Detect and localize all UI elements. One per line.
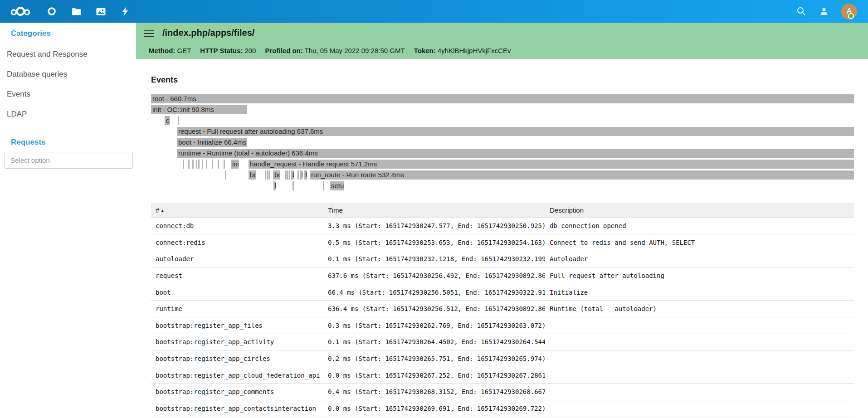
page-title: /index.php/apps/files/: [162, 28, 254, 38]
timeline-bar[interactable]: request - Full request after autoloading…: [177, 127, 854, 136]
timeline-bar[interactable]: bo: [249, 170, 256, 180]
column-header-name[interactable]: #▲: [151, 203, 323, 218]
timeline-tick[interactable]: [198, 160, 200, 169]
timeline-tick[interactable]: [289, 170, 290, 180]
event-time-cell: 0.5 ms (Start: 1651742930253.653, End: 1…: [323, 234, 545, 251]
timeline-tick[interactable]: [265, 170, 266, 180]
column-header-description[interactable]: Description: [545, 203, 854, 218]
categories-heading: Categories: [11, 29, 51, 38]
timeline-tick[interactable]: [212, 160, 213, 169]
timeline-bar[interactable]: l: [273, 181, 276, 190]
menu-icon[interactable]: [144, 30, 154, 38]
main-content: /index.php/apps/files/ Method: GETHTTP S…: [136, 23, 868, 418]
event-name-cell: autoloader: [151, 251, 323, 267]
timeline-bar[interactable]: handle_request - Handle request 571.2ms: [249, 160, 854, 169]
photos-icon[interactable]: [95, 5, 107, 17]
profile-header: /index.php/apps/files/ Method: GETHTTP S…: [136, 23, 868, 59]
request-select[interactable]: [5, 152, 133, 169]
event-name-cell: request: [151, 267, 323, 284]
timeline-row: lsetup: [151, 181, 854, 190]
timeline-tick[interactable]: [285, 170, 287, 180]
timeline-bar[interactable]: ini: [231, 160, 239, 169]
event-time-cell: 0.4 ms (Start: 1651742930268.3152, End: …: [323, 384, 545, 400]
meta-method-: Method: GET: [149, 47, 191, 54]
sidebar: Categories Request and ResponseDatabase …: [0, 23, 136, 418]
timeline-tick[interactable]: [293, 181, 294, 190]
timeline-bar[interactable]: b: [300, 170, 302, 180]
timeline-tick[interactable]: [188, 160, 190, 169]
search-icon[interactable]: [796, 6, 807, 17]
event-description-cell: [545, 367, 854, 384]
event-time-cell: 0.1 ms (Start: 1651742930264.4502, End: …: [323, 334, 545, 350]
table-row: autoloader0.1 ms (Start: 1651742930232.1…: [151, 251, 854, 267]
timeline-bar[interactable]: setup: [330, 181, 344, 190]
event-name-cell: bootstrap:register_app_files: [151, 317, 323, 334]
sidebar-item-database-queries[interactable]: Database queries: [0, 64, 136, 84]
timeline-tick[interactable]: [323, 181, 324, 190]
contacts-icon[interactable]: [819, 6, 829, 17]
table-row: boot66.4 ms (Start: 1651742930256.5051, …: [151, 284, 854, 301]
timeline-tick[interactable]: [225, 170, 226, 180]
requests-heading: Requests: [11, 138, 46, 147]
files-folder-icon[interactable]: [70, 5, 82, 17]
timeline-bar[interactable]: bo: [273, 170, 280, 180]
sidebar-item-events[interactable]: Events: [0, 84, 136, 104]
event-time-cell: 66.4 ms (Start: 1651742930256.5051, End:…: [323, 284, 545, 301]
timeline-row: runtime - Runtime (total - autoloader) 6…: [151, 149, 854, 158]
timeline-tick[interactable]: [218, 160, 219, 169]
timeline-tick[interactable]: [268, 170, 270, 180]
timeline-bar[interactable]: b: [291, 170, 294, 180]
event-name-cell: bootstrap:register_app_cloud_federation_…: [151, 367, 323, 384]
sidebar-item-ldap[interactable]: LDAP: [0, 104, 136, 124]
event-time-cell: 0.0 ms (Start: 1651742930267.252, End: 1…: [323, 367, 545, 384]
events-table: #▲ Time Description connect:db3.3 ms (St…: [151, 203, 854, 417]
timeline-row: request - Full request after autoloading…: [151, 127, 854, 136]
user-menu[interactable]: A: [841, 4, 857, 19]
timeline-row: root - 660.7ms: [151, 94, 854, 103]
events-section-title: Events: [151, 75, 178, 85]
events-timeline: root - 660.7msinit - OC::init 90.8mscreq…: [151, 94, 854, 193]
timeline-tick[interactable]: [178, 116, 179, 125]
column-header-time[interactable]: Time: [323, 203, 545, 218]
timeline-bar[interactable]: run_route - Run route 532.4ms: [310, 170, 854, 180]
timeline-tick[interactable]: [297, 170, 299, 180]
timeline-bar[interactable]: l: [304, 170, 307, 180]
topbar: A: [0, 0, 868, 23]
timeline-row: bobobblrun_route - Run route 532.4ms: [151, 170, 854, 180]
table-row: bootstrap:register_app_activity0.1 ms (S…: [151, 334, 854, 350]
event-name-cell: connect:redis: [151, 234, 323, 251]
activity-lightning-icon[interactable]: [119, 5, 131, 17]
event-description-cell: [545, 384, 854, 400]
meta-http-status-: HTTP Status: 200: [200, 47, 256, 54]
event-time-cell: 637.6 ms (Start: 1651742930256.492, End:…: [323, 267, 545, 284]
event-description-cell: db connection opened: [545, 218, 854, 234]
timeline-tick[interactable]: [287, 170, 288, 180]
event-name-cell: boot: [151, 284, 323, 301]
timeline-bar[interactable]: root - 660.7ms: [151, 94, 854, 103]
timeline-tick[interactable]: [192, 160, 194, 169]
timeline-tick[interactable]: [196, 160, 197, 169]
timeline-row: inihandle_request - Handle request 571.2…: [151, 160, 854, 169]
sidebar-item-request-and-response[interactable]: Request and Response: [0, 44, 136, 64]
timeline-row: init - OC::init 90.8ms: [151, 105, 854, 114]
table-row: bootstrap:register_app_cloud_federation_…: [151, 367, 854, 384]
nextcloud-logo-icon[interactable]: [10, 5, 31, 17]
category-list: Request and ResponseDatabase queriesEven…: [0, 44, 136, 124]
timeline-tick[interactable]: [267, 170, 268, 180]
table-row: bootstrap:register_app_comments0.4 ms (S…: [151, 384, 854, 400]
table-row: request637.6 ms (Start: 1651742930256.49…: [151, 267, 854, 284]
timeline-bar[interactable]: init - OC::init 90.8ms: [151, 105, 247, 114]
timeline-tick[interactable]: [224, 160, 225, 169]
request-meta: Method: GETHTTP Status: 200Profiled on: …: [149, 47, 511, 54]
timeline-row: c: [151, 116, 854, 125]
timeline-bar[interactable]: c: [165, 116, 170, 125]
timeline-bar[interactable]: boot - Initialize 66.4ms: [177, 138, 247, 147]
event-time-cell: 0.1 ms (Start: 1651742930232.1218, End: …: [323, 251, 545, 267]
event-description-cell: Connect to redis and send AUTH, SELECT: [545, 234, 854, 251]
timeline-tick[interactable]: [206, 160, 207, 169]
circle-app-icon[interactable]: [46, 5, 58, 17]
timeline-tick[interactable]: [183, 160, 184, 169]
event-name-cell: bootstrap:register_app_comments: [151, 384, 323, 400]
timeline-bar[interactable]: runtime - Runtime (total - autoloader) 6…: [177, 149, 854, 158]
timeline-tick[interactable]: [202, 160, 203, 169]
